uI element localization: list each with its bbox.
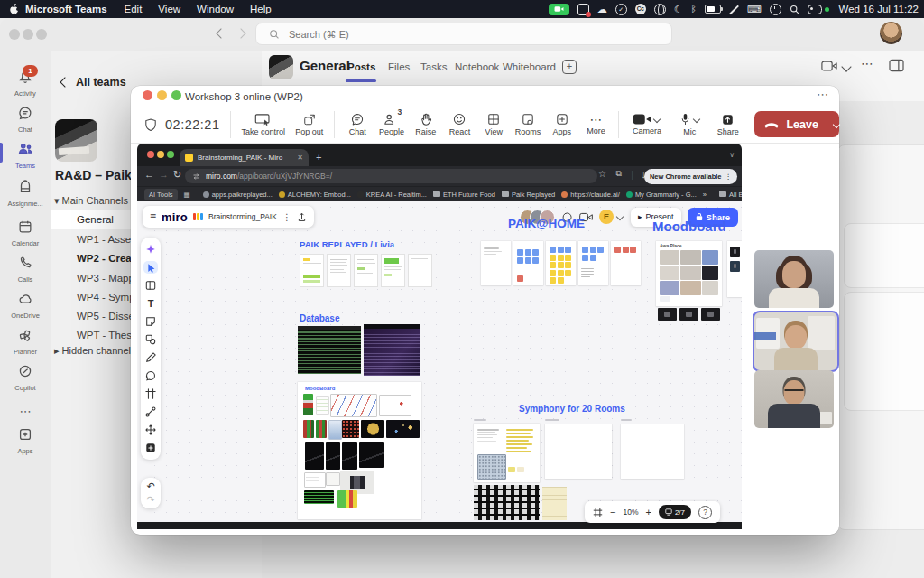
zoom-in-button[interactable]: +	[645, 507, 651, 517]
tab-files[interactable]: Files	[388, 61, 410, 72]
add-tool[interactable]	[143, 442, 158, 454]
bookmark-ai-tools[interactable]: AI Tools	[144, 189, 178, 200]
rail-assignments[interactable]: Assignme...	[0, 179, 51, 208]
bookmark-item[interactable]: https://claude.ai/	[561, 191, 620, 199]
rail-apps[interactable]: Apps	[0, 426, 51, 455]
bookmark-item[interactable]: Paik Replayed	[502, 191, 555, 199]
browser-reload-icon[interactable]: ↻	[173, 169, 181, 181]
undo-icon[interactable]: ↶	[146, 480, 154, 492]
rail-calls[interactable]: Calls	[0, 255, 51, 284]
creative-cloud-icon[interactable]: ☁	[597, 5, 607, 14]
meeting-close-button[interactable]	[143, 90, 152, 100]
zoom-level[interactable]: 10%	[623, 508, 638, 517]
fit-frame-icon[interactable]	[593, 508, 603, 517]
frames-pagination[interactable]: 2/7	[659, 505, 691, 519]
browser-tab[interactable]: Brainstorming_PAIK - Miro ✕	[180, 149, 309, 166]
bookmark-item[interactable]: ALCHEMY: Embod...	[279, 191, 351, 199]
bookmarks-overflow-icon[interactable]: »	[703, 191, 707, 199]
menu-edit[interactable]: Edit	[125, 4, 143, 14]
export-icon[interactable]	[297, 212, 307, 222]
nav-back-icon[interactable]	[216, 28, 226, 38]
leave-chevron-icon[interactable]	[833, 120, 840, 127]
rail-copilot[interactable]: Copilot	[0, 363, 51, 392]
bookmark-item[interactable]: apps.paikreplayed...	[203, 191, 273, 199]
participant-video-3[interactable]	[754, 370, 834, 428]
apple-menu-icon[interactable]	[8, 2, 20, 16]
moodboard2-frame[interactable]: MoodBoard	[298, 382, 421, 519]
symphony-frame-1[interactable]	[474, 424, 540, 482]
address-bar[interactable]: miro.com/app/board/uXjVJfYNRGB=/	[185, 169, 597, 183]
apps-button[interactable]: Apps	[545, 112, 579, 136]
take-control-button[interactable]: Take control	[236, 113, 290, 136]
all-teams-back[interactable]: All teams	[61, 76, 126, 89]
tab-search-chevron-icon[interactable]: ∨	[729, 151, 735, 159]
bookmark-item[interactable]: KREA AI - Realtim...	[357, 191, 427, 199]
rail-teams[interactable]: Teams	[0, 141, 51, 170]
bookmark-apps-grid-icon[interactable]: ▦	[184, 191, 190, 199]
menu-window[interactable]: Window	[197, 4, 234, 14]
search-input[interactable]	[287, 28, 561, 41]
chrome-close-button[interactable]	[147, 151, 154, 158]
window-close-button[interactable]	[9, 29, 20, 40]
browser-forward-icon[interactable]: →	[159, 169, 169, 180]
raise-hand-button[interactable]: Raise	[409, 112, 443, 136]
add-tab-button[interactable]: +	[562, 60, 577, 74]
bookmark-star-icon[interactable]: ☆	[598, 169, 606, 179]
keyboard-icon[interactable]: ⌨	[747, 5, 762, 14]
shapes-tool[interactable]	[143, 333, 158, 346]
share-button[interactable]: Share	[710, 113, 746, 136]
board-frame[interactable]	[513, 241, 543, 285]
focus-moon-icon[interactable]: ☾	[674, 5, 683, 14]
todo-check-icon[interactable]: ✓	[615, 4, 627, 15]
leave-button[interactable]: Leave	[754, 111, 838, 137]
teams-notification-icon[interactable]	[578, 4, 589, 15]
miro-logo[interactable]: miro	[162, 210, 188, 224]
connector-tool[interactable]	[143, 406, 158, 418]
tab-whiteboard[interactable]: Whiteboard	[503, 61, 556, 72]
people-button[interactable]: 3 People	[374, 112, 409, 136]
menu-help[interactable]: Help	[250, 4, 272, 14]
board-frame[interactable]	[578, 241, 608, 285]
zoom-out-button[interactable]: −	[610, 507, 615, 517]
window-minimize-button[interactable]	[23, 29, 33, 40]
miro-board-name[interactable]: Brainstorming_PAIK	[208, 212, 277, 221]
tab-notebook[interactable]: Notebook	[455, 61, 499, 72]
user-switch-icon[interactable]	[808, 5, 822, 14]
board-options-icon[interactable]: ⋮	[282, 212, 291, 222]
adobe-cc-icon[interactable]: Cc	[635, 4, 646, 14]
mic-chevron-icon[interactable]	[692, 116, 699, 123]
meeting-minimize-button[interactable]	[157, 90, 167, 100]
chrome-menu-icon[interactable]: ⋮	[725, 172, 733, 181]
more-button[interactable]: ⋯ More	[579, 113, 614, 135]
bookmark-item[interactable]: My Grammarly - G...	[626, 191, 697, 199]
move-tool[interactable]	[143, 424, 158, 436]
new-tab-button[interactable]: +	[316, 152, 321, 163]
rail-chat[interactable]: Chat	[0, 105, 51, 134]
clock-icon[interactable]	[770, 4, 781, 15]
team-image[interactable]	[55, 119, 97, 162]
pop-out-button[interactable]: Pop out	[290, 113, 328, 136]
meeting-zoom-button[interactable]	[171, 90, 181, 100]
ai-sparkle-tool[interactable]	[143, 243, 158, 256]
account-menu[interactable]: E	[599, 210, 624, 224]
all-bookmarks[interactable]: All Bookmarks	[719, 191, 742, 199]
user-avatar[interactable]	[880, 22, 902, 44]
meeting-titlebar-more-icon[interactable]: ⋯	[817, 88, 828, 101]
text-tool[interactable]: T	[143, 297, 158, 310]
rail-calendar[interactable]: Calendar	[0, 219, 51, 247]
meet-now-chevron-icon[interactable]	[841, 61, 851, 71]
select-tool[interactable]	[143, 261, 158, 274]
board-frame[interactable]	[546, 241, 576, 285]
channel-group[interactable]: ▾ Main Channels	[54, 195, 128, 207]
help-button[interactable]: ?	[698, 506, 712, 519]
hidden-channels[interactable]: ▸ Hidden channels	[54, 345, 136, 357]
moodboard-frame[interactable]: Awa Place	[656, 241, 722, 306]
extensions-icon[interactable]: ⧉	[616, 169, 622, 179]
globe-icon[interactable]	[654, 4, 666, 15]
chrome-minimize-button[interactable]	[157, 151, 164, 158]
miro-menu-icon[interactable]: ≡	[150, 210, 156, 223]
header-more-icon[interactable]: ⋯	[861, 56, 873, 70]
rail-more[interactable]: ⋯	[0, 405, 51, 418]
rail-onedrive[interactable]: OneDrive	[0, 291, 51, 320]
menubar-clock[interactable]: Wed 16 Jul 11:22	[839, 4, 919, 14]
